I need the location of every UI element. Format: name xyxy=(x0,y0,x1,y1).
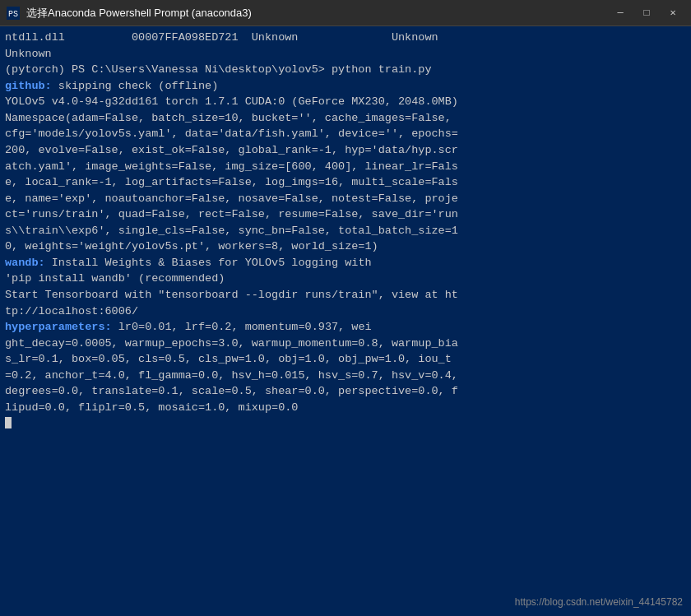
terminal-line: =0.2, anchor_t=4.0, fl_gamma=0.0, hsv_h=… xyxy=(5,368,686,384)
terminal-line: 'pip install wandb' (recommended) xyxy=(5,271,686,287)
terminal-line: Namespace(adam=False, batch_size=10, buc… xyxy=(5,110,686,127)
terminal-body[interactable]: ntdll.dll 00007FFA098ED721 Unknown Unkno… xyxy=(0,26,691,616)
terminal-line: degrees=0.0, translate=0.1, scale=0.5, s… xyxy=(5,383,686,400)
title-bar: PS 选择Anaconda Powershell Prompt (anacond… xyxy=(0,0,691,26)
terminal-line: YOLOv5 v4.0-94-g32dd161 torch 1.7.1 CUDA… xyxy=(5,94,686,110)
terminal-line: s_lr=0.1, box=0.05, cls=0.5, cls_pw=1.0,… xyxy=(5,351,686,368)
terminal-line: ntdll.dll 00007FFA098ED721 Unknown Unkno… xyxy=(5,30,686,46)
terminal-line: tp://localhost:6006/ xyxy=(5,303,686,320)
maximize-button[interactable]: □ xyxy=(635,5,658,21)
svg-text:PS: PS xyxy=(8,10,18,19)
terminal-line: 0, weights='weight/yolov5s.pt', workers=… xyxy=(5,239,686,255)
terminal-line: Start Tensorboard with "tensorboard --lo… xyxy=(5,287,686,303)
terminal-line: Unknown xyxy=(5,46,686,63)
terminal-icon: PS xyxy=(7,7,20,20)
terminal-line: cfg='models/yolov5s.yaml', data='data/fi… xyxy=(5,126,686,142)
title-bar-controls: ─ □ ✕ xyxy=(609,5,684,21)
watermark: https://blog.csdn.net/weixin_44145782 xyxy=(515,596,683,608)
title-bar-text: 选择Anaconda Powershell Prompt (anaconda3) xyxy=(26,6,602,21)
window: PS 选择Anaconda Powershell Prompt (anacond… xyxy=(0,0,691,616)
terminal-line: hyperparameters: lr0=0.01, lrf=0.2, mome… xyxy=(5,319,686,336)
terminal-line: atch.yaml', image_weights=False, img_siz… xyxy=(5,159,686,175)
terminal-line: s\\train\\exp6', single_cls=False, sync_… xyxy=(5,223,686,239)
terminal-line: wandb: Install Weights & Biases for YOLO… xyxy=(5,255,686,271)
minimize-button[interactable]: ─ xyxy=(609,5,632,21)
terminal-line: 200, evolve=False, exist_ok=False, globa… xyxy=(5,142,686,159)
terminal-line: ght_decay=0.0005, warmup_epochs=3.0, war… xyxy=(5,336,686,352)
terminal-output: ntdll.dll 00007FFA098ED721 Unknown Unkno… xyxy=(5,30,686,416)
terminal-line: lipud=0.0, fliplr=0.5, mosaic=1.0, mixup… xyxy=(5,400,686,416)
cursor xyxy=(5,417,12,428)
terminal-line: e, name='exp', noautoanchor=False, nosav… xyxy=(5,191,686,207)
terminal-line: github: skipping check (offline) xyxy=(5,78,686,95)
terminal-line: e, local_rank=-1, log_artifacts=False, l… xyxy=(5,174,686,191)
terminal-line: ct='runs/train', quad=False, rect=False,… xyxy=(5,206,686,223)
close-button[interactable]: ✕ xyxy=(661,5,684,21)
terminal-line: (pytorch) PS C:\Users\Vanessa Ni\desktop… xyxy=(5,62,686,78)
